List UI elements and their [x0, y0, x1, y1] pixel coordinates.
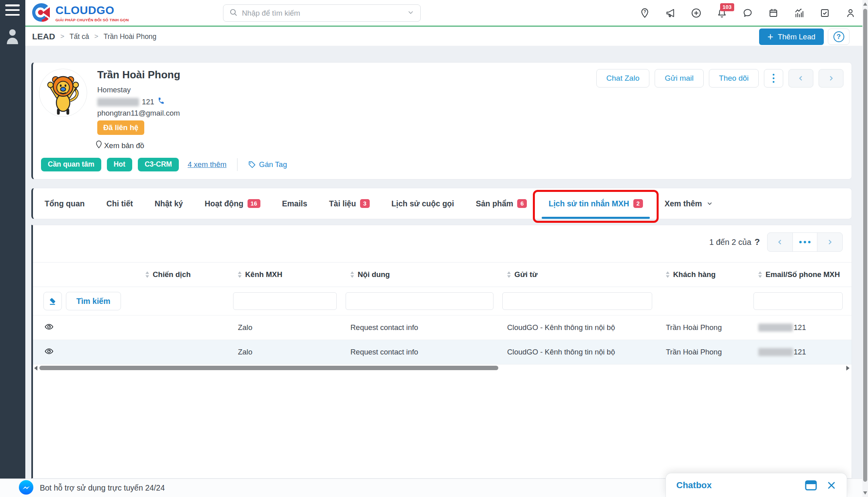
filter-input-noi-dung[interactable] — [346, 292, 493, 310]
notifications-bell-icon[interactable]: 103 — [717, 8, 727, 18]
add-lead-button[interactable]: + Thêm Lead — [759, 29, 824, 45]
profile-person-icon[interactable] — [845, 8, 856, 18]
tab-tong-quan[interactable]: Tổng quan — [34, 188, 96, 219]
assign-tag-button[interactable]: Gán Tag — [248, 160, 287, 169]
next-record-button[interactable] — [819, 69, 843, 88]
calendar-icon[interactable] — [768, 8, 779, 18]
breadcrumb-root[interactable]: LEAD — [32, 32, 55, 41]
table-row[interactable]: Zalo Request contact info CloudGO - Kênh… — [33, 315, 852, 340]
eraser-icon — [48, 296, 57, 306]
view-row-button[interactable] — [33, 346, 141, 358]
lead-name: Trần Hoài Phong — [97, 69, 180, 81]
chat-zalo-button[interactable]: Chat Zalo — [596, 69, 649, 88]
tag-pill[interactable]: C3-CRM — [138, 158, 179, 171]
map-pin-icon — [95, 140, 102, 151]
column-email-phone[interactable]: Email/Số phone MXH — [753, 270, 852, 279]
pagination-prev-button[interactable] — [768, 233, 792, 251]
location-help-icon[interactable]: ? — [639, 8, 650, 18]
pagination-pages-button[interactable] — [792, 233, 817, 251]
eye-icon — [44, 322, 54, 332]
column-chien-dich[interactable]: Chiến dịch — [141, 270, 233, 279]
megaphone-icon[interactable] — [665, 8, 676, 18]
plus-icon: + — [768, 32, 774, 42]
global-search[interactable] — [223, 4, 421, 22]
scroll-right-arrow[interactable] — [846, 366, 850, 371]
chevron-down-icon — [706, 200, 713, 207]
chat-bubble-icon[interactable] — [742, 8, 753, 18]
cell-email-phone: 121 — [753, 348, 852, 356]
chatbox-popout-window-icon[interactable] — [805, 480, 817, 491]
table-filter-row: Tìm kiếm — [33, 287, 852, 315]
vertical-scrollbar[interactable] — [862, 0, 868, 497]
clear-filters-button[interactable] — [43, 292, 62, 310]
help-button[interactable]: ? — [828, 29, 850, 45]
column-noi-dung[interactable]: Nội dung — [346, 270, 502, 279]
column-khach-hang[interactable]: Khách hàng — [661, 270, 753, 279]
more-options-button[interactable] — [764, 69, 783, 88]
call-phone-icon[interactable] — [157, 97, 166, 107]
tab-hoat-dong[interactable]: Hoạt động16 — [194, 188, 271, 219]
horizontal-scrollbar[interactable] — [33, 364, 852, 371]
pagination-total-unknown: ? — [755, 237, 760, 247]
vertical-scroll-thumb[interactable] — [863, 9, 867, 482]
support-bot-text: Bot hỗ trợ sử dụng trực tuyến 24/24 — [40, 483, 165, 493]
view-row-button[interactable] — [33, 322, 141, 334]
send-mail-button[interactable]: Gửi mail — [655, 69, 704, 88]
lead-email: phongtran11@gmail.com — [97, 109, 180, 118]
kebab-icon — [772, 73, 775, 84]
tag-pill[interactable]: Cần quan tâm — [41, 158, 101, 171]
messenger-icon[interactable] — [18, 480, 34, 497]
chatbox-close-icon[interactable] — [827, 481, 836, 490]
breadcrumb-section[interactable]: Tất cả — [70, 33, 89, 41]
tab-san-pham[interactable]: Sản phẩm6 — [465, 188, 538, 219]
previous-record-button[interactable] — [788, 69, 813, 88]
breadcrumb-current: Trần Hoài Phong — [104, 33, 157, 41]
scroll-down-arrow[interactable] — [863, 491, 867, 495]
breadcrumb-separator: > — [94, 33, 98, 41]
tab-nhat-ky[interactable]: Nhật ký — [144, 188, 194, 219]
tag-pill[interactable]: Hot — [107, 158, 132, 171]
view-map-link[interactable]: Xem bản đồ — [95, 140, 144, 151]
active-tab-underline — [542, 217, 650, 219]
add-circle-icon[interactable] — [691, 8, 702, 18]
divider — [237, 158, 237, 171]
lead-action-buttons: Chat Zalo Gửi mail Theo dõi — [596, 69, 843, 88]
column-kenh-mxh[interactable]: Kênh MXH — [233, 270, 346, 279]
cloudgo-logo[interactable]: CLOUDGO GIẢI PHÁP CHUYỂN ĐỔI SỐ TINH GỌN — [31, 2, 129, 24]
scroll-up-arrow[interactable] — [863, 2, 867, 6]
horizontal-scroll-thumb[interactable] — [39, 366, 498, 370]
tab-chi-tiet[interactable]: Chi tiết — [96, 188, 144, 219]
menu-hamburger-icon[interactable] — [5, 4, 20, 16]
chatbox-controls — [805, 480, 836, 491]
follow-button[interactable]: Theo dõi — [709, 69, 759, 88]
tasks-checkbox-icon[interactable] — [819, 8, 830, 18]
table-row[interactable]: Zalo Request contact info CloudGO - Kênh… — [33, 340, 852, 364]
search-chevron-down-icon[interactable] — [407, 8, 415, 18]
cell-noi-dung: Request contact info — [346, 348, 502, 356]
tab-xem-them[interactable]: Xem thêm — [654, 188, 724, 219]
cell-kenh-mxh: Zalo — [233, 323, 346, 332]
tab-lich-su-cuoc-goi[interactable]: Lịch sử cuộc gọi — [381, 188, 465, 219]
sidebar-user-icon[interactable] — [6, 28, 19, 46]
filter-cell — [346, 292, 502, 310]
tab-tai-lieu[interactable]: Tài liệu3 — [318, 188, 381, 219]
tab-count-badge: 16 — [248, 199, 260, 208]
scroll-left-arrow[interactable] — [34, 366, 37, 371]
search-input[interactable] — [242, 9, 403, 18]
more-tags-link[interactable]: 4 xem thêm — [188, 160, 227, 169]
notification-count-badge: 103 — [720, 3, 734, 11]
filter-input-kenh-mxh[interactable] — [233, 292, 337, 310]
table-search-button[interactable]: Tìm kiếm — [66, 292, 121, 310]
pagination-next-button[interactable] — [817, 233, 842, 251]
chatbox-widget[interactable]: Chatbox — [665, 473, 847, 497]
tab-lich-su-tin-nhan-mxh[interactable]: Lịch sử tin nhắn MXH 2 — [538, 188, 654, 219]
filter-input-gui-tu[interactable] — [502, 292, 652, 310]
column-gui-tu[interactable]: Gửi từ — [502, 270, 661, 279]
cell-khach-hang: Trần Hoài Phong — [661, 348, 753, 356]
logo-tagline: GIẢI PHÁP CHUYỂN ĐỔI SỐ TINH GỌN — [55, 18, 129, 22]
chevron-left-icon — [797, 74, 805, 82]
tab-emails[interactable]: Emails — [271, 188, 318, 219]
analytics-chart-icon[interactable] — [794, 8, 805, 18]
filter-input-email-phone[interactable] — [753, 292, 843, 310]
app-sidebar — [0, 0, 25, 479]
